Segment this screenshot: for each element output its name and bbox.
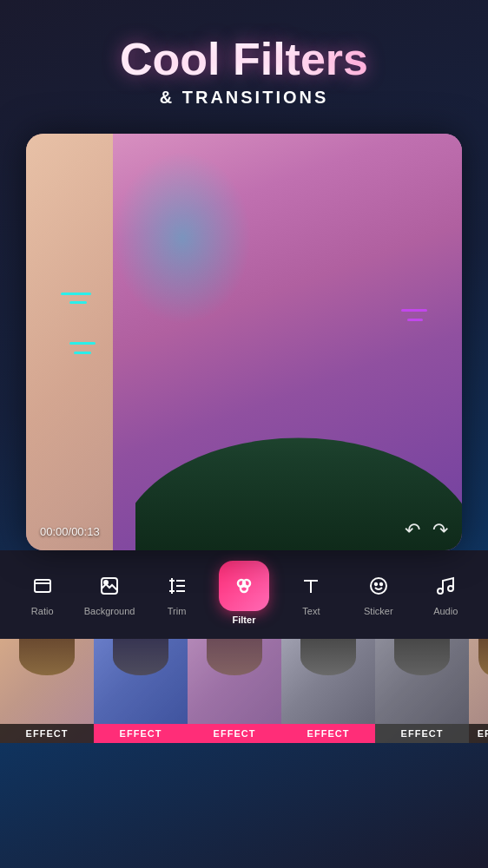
toolbar: Ratio Background Trim [0,550,488,632]
svg-point-9 [380,583,382,585]
glitch-line-3 [69,342,96,345]
effect-thumb-3[interactable]: EFFECT [188,639,281,743]
svg-point-7 [371,578,386,594]
glitch-line-4 [74,352,91,354]
svg-point-10 [438,589,443,594]
svg-point-6 [241,585,247,592]
effect-label-2: EFFECT [94,724,188,743]
header: Cool Filters & TRANSITIONS [0,0,488,125]
glitch-line-2 [69,301,87,304]
background-icon [93,569,126,602]
main-subtitle: & TRANSITIONS [17,88,471,108]
toolbar-ratio[interactable]: Ratio [16,569,69,616]
effect-label-5: EFFECT [375,724,469,743]
trim-icon [161,569,194,602]
toolbar-filter[interactable]: Filter [218,561,270,625]
ratio-label: Ratio [31,606,54,616]
filter-icon [219,561,269,611]
effect-thumb-1[interactable]: EFFECT [0,639,94,743]
effect-label-6: EFF... [469,724,488,743]
sticker-label: Sticker [364,606,393,616]
video-controls: ↶ ↷ [405,519,448,542]
svg-point-3 [104,581,108,584]
effect-label-4: EFFECT [281,724,375,743]
glitch-purple-1 [401,309,427,312]
text-icon [294,569,327,602]
video-preview: 00:00/00:13 ↶ ↷ [26,134,462,550]
text-label: Text [302,606,320,616]
background-label: Background [84,606,135,616]
cyan-highlight [113,151,252,325]
video-preview-container: 00:00/00:13 ↶ ↷ [26,134,462,550]
effect-thumb-2[interactable]: EFFECT [94,639,188,743]
main-title: Cool Filters [17,35,471,84]
effect-label-3: EFFECT [188,724,281,743]
undo-button[interactable]: ↶ [405,519,420,542]
timestamp: 00:00/00:13 [40,525,100,538]
glitch-purple-2 [407,319,423,321]
effect-label-1: EFFECT [0,724,94,743]
effect-thumb-6[interactable]: EFF... [469,639,488,743]
trim-label: Trim [168,606,187,616]
filter-label: Filter [233,615,256,625]
effect-thumb-4[interactable]: EFFECT [281,639,375,743]
audio-icon [429,569,462,602]
ratio-icon [26,569,59,602]
redo-button[interactable]: ↷ [432,519,448,542]
svg-rect-0 [35,580,50,592]
toolbar-audio[interactable]: Audio [419,569,472,616]
effects-row: EFFECT EFFECT EFFECT EFFECT EFFECT EFF. [0,632,488,743]
svg-point-11 [448,586,453,591]
toolbar-background[interactable]: Background [83,569,135,616]
audio-label: Audio [433,606,458,616]
effect-thumb-5[interactable]: EFFECT [375,639,469,743]
glitch-line-1 [61,293,91,295]
svg-point-8 [375,583,377,585]
toolbar-text[interactable]: Text [285,569,337,616]
toolbar-trim[interactable]: Trim [151,569,203,616]
sticker-icon [362,569,395,602]
toolbar-sticker[interactable]: Sticker [353,569,405,616]
